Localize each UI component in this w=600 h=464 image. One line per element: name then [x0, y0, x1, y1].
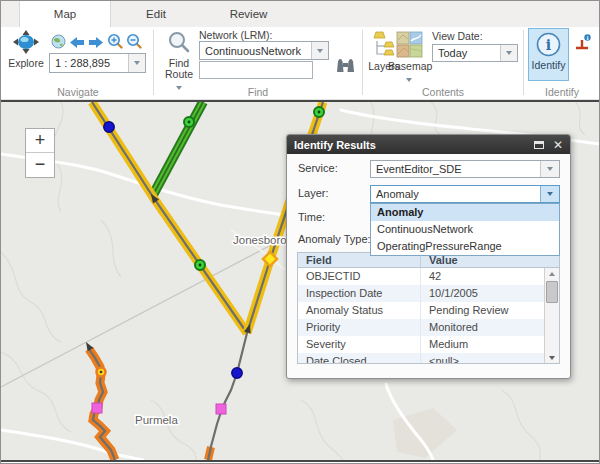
row-field: Anomaly Status [298, 302, 421, 319]
scrollbar-thumb[interactable] [546, 281, 558, 303]
tab-map[interactable]: Map [19, 1, 111, 27]
layer-combobox[interactable]: Anomaly [370, 185, 560, 203]
anomaly-type-label: Anomaly Type: [298, 233, 371, 245]
maximize-icon[interactable] [534, 141, 544, 149]
table-row: Priority Monitored [298, 319, 544, 336]
tab-review[interactable]: Review [201, 1, 296, 27]
app-window: Map Edit Review Explore [0, 0, 600, 464]
scrollbar-up-icon[interactable] [545, 268, 559, 279]
layer-option-anomaly[interactable]: Anomaly [371, 204, 559, 221]
group-label-find: Find [155, 86, 361, 98]
scale-combobox[interactable]: 1 : 288,895 [49, 53, 146, 73]
network-lrm-label: Network (LRM): [199, 29, 273, 41]
row-field: Severity [298, 336, 421, 353]
map-label-purmela: Purmela [135, 414, 178, 426]
service-label: Service: [298, 162, 338, 174]
ribbon: Explore [1, 27, 599, 100]
layer-dropdown-list: Anomaly ContinuousNetwork OperatingPress… [370, 203, 560, 256]
svg-text:i: i [546, 37, 551, 53]
view-date-label: View Date: [432, 30, 483, 42]
row-value: Pending Review [421, 302, 544, 319]
find-route-label-2: Route [159, 69, 199, 80]
explore-button[interactable]: Explore [5, 30, 47, 69]
identify-label: Identify [532, 59, 566, 71]
basemap-button[interactable]: Basemap [388, 31, 430, 84]
service-value: EventEditor_SDE [371, 163, 540, 175]
find-route-input[interactable] [199, 61, 313, 79]
close-icon[interactable]: ✕ [553, 140, 563, 150]
map-zoom-control: + − [25, 128, 55, 178]
row-value: Monitored [421, 319, 544, 336]
group-identify: i Identify i Identify [525, 27, 599, 100]
identify-results-dialog: Identify Results ✕ Service: EventEditor_… [286, 134, 571, 379]
map-zoom-in-button[interactable]: + [26, 129, 54, 153]
zoom-in-icon[interactable] [107, 33, 123, 53]
layer-label: Layer: [298, 187, 329, 199]
layer-value: Anomaly [371, 188, 540, 200]
group-contents: Layers Basemap [364, 27, 522, 100]
explore-label: Explore [5, 58, 47, 69]
identify-route-location-icon[interactable]: i [573, 34, 592, 55]
marker-yellow-circle [97, 368, 106, 377]
view-date-value: Today [433, 47, 500, 59]
table-row: OBJECTID 42 [298, 268, 544, 285]
scale-dropdown-arrow[interactable] [128, 54, 145, 72]
group-navigate: Explore [3, 27, 153, 100]
service-combobox[interactable]: EventEditor_SDE [370, 160, 560, 178]
group-separator [523, 30, 524, 95]
row-field: Inspection Date [298, 285, 421, 302]
group-separator [153, 30, 154, 95]
previous-extent-icon[interactable] [69, 35, 85, 53]
basemap-label: Basemap [388, 61, 430, 72]
table-row: Inspection Date 10/1/2005 [298, 285, 544, 302]
scrollbar-down-icon[interactable] [545, 352, 559, 363]
identify-icon: i [536, 47, 561, 59]
map-zoom-out-button[interactable]: − [26, 153, 54, 177]
scale-value: 1 : 288,895 [50, 57, 128, 69]
group-separator [362, 30, 363, 95]
identify-button[interactable]: i Identify [528, 28, 569, 81]
layer-option-operatingpressurerange[interactable]: OperatingPressureRange [371, 238, 559, 255]
full-extent-icon[interactable] [51, 34, 66, 53]
row-value: Medium [421, 336, 544, 353]
network-dropdown-arrow[interactable] [311, 42, 328, 59]
zoom-out-icon[interactable] [126, 33, 142, 53]
group-label-navigate: Navigate [3, 86, 153, 98]
results-table: Field Value OBJECTID 42 Inspection Date … [297, 252, 560, 364]
layer-dropdown-arrow[interactable] [540, 186, 559, 202]
view-date-combobox[interactable]: Today [432, 44, 518, 62]
binoculars-icon[interactable] [336, 58, 355, 79]
basemap-railroad [1, 224, 311, 387]
group-find: Find Route Network (LRM): ContinuousNetw… [155, 27, 361, 100]
view-date-dropdown-arrow[interactable] [500, 45, 517, 61]
row-field: Date Closed [298, 353, 421, 364]
time-label: Time: [298, 211, 325, 223]
row-field: Priority [298, 319, 421, 336]
next-extent-icon[interactable] [88, 35, 104, 53]
row-value: <null> [421, 353, 544, 364]
dialog-title: Identify Results [294, 139, 534, 151]
service-dropdown-arrow[interactable] [540, 161, 559, 177]
marker-pink-squares [92, 403, 226, 414]
basemap-dropdown-icon [406, 78, 412, 82]
find-route-button[interactable]: Find Route [159, 30, 199, 92]
row-value: 10/1/2005 [421, 285, 544, 302]
row-value: 42 [421, 268, 544, 285]
row-field: OBJECTID [298, 268, 421, 285]
route-gray [208, 333, 247, 460]
tab-edit[interactable]: Edit [111, 1, 201, 27]
table-row: Date Closed <null> [298, 353, 544, 364]
route-orange-tail [208, 447, 211, 460]
network-combobox[interactable]: ContinuousNetwork [199, 41, 329, 60]
table-row: Anomaly Status Pending Review [298, 302, 544, 319]
group-label-identify: Identify [525, 86, 599, 98]
dialog-titlebar: Identify Results ✕ [287, 135, 570, 154]
route-green [153, 102, 203, 195]
group-label-contents: Contents [364, 86, 522, 98]
map-label-jonesboro: Jonesboro [233, 234, 287, 246]
table-scrollbar[interactable] [544, 268, 559, 363]
ribbon-tabbar: Map Edit Review [1, 1, 599, 27]
network-value: ContinuousNetwork [200, 45, 311, 57]
table-row: Severity Medium [298, 336, 544, 353]
layer-option-continuousnetwork[interactable]: ContinuousNetwork [371, 221, 559, 238]
